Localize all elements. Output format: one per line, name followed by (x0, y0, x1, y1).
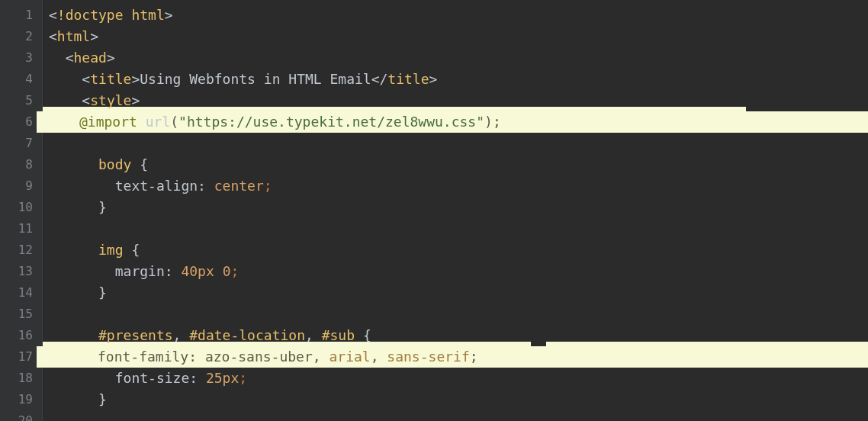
code-line[interactable]: font-size: 25px; (43, 368, 868, 389)
code-line[interactable] (43, 133, 868, 154)
code-line[interactable] (43, 304, 868, 325)
code-line[interactable]: text-align: center; (43, 175, 868, 197)
code-line[interactable]: <!doctype html> (43, 5, 868, 26)
code-line[interactable]: <html> (43, 26, 868, 47)
code-line[interactable]: } (43, 389, 868, 410)
line-number: 1 (0, 5, 42, 26)
code-line[interactable]: margin: 40px 0; (43, 261, 868, 282)
code-line[interactable]: } (43, 282, 868, 304)
line-number: 16 (0, 325, 42, 346)
line-number: 6 (0, 111, 42, 133)
line-number: 17 (0, 346, 42, 368)
line-number: 8 (0, 154, 42, 175)
line-number: 19 (0, 389, 42, 410)
line-number: 3 (0, 47, 42, 69)
line-number: 13 (0, 261, 42, 282)
line-number: 2 (0, 26, 42, 47)
line-number: 10 (0, 197, 42, 218)
code-line[interactable]: body { (43, 154, 868, 175)
code-line[interactable] (43, 218, 868, 239)
line-number: 20 (0, 410, 42, 421)
line-number: 11 (0, 218, 42, 239)
code-line[interactable] (43, 410, 868, 421)
line-number: 15 (0, 304, 42, 325)
line-number: 7 (0, 133, 42, 154)
line-number: 4 (0, 69, 42, 90)
line-number: 18 (0, 368, 42, 389)
code-line[interactable]: <head> (43, 47, 868, 69)
code-area[interactable]: <!doctype html> <html> <head> <title>Usi… (43, 0, 868, 421)
code-line[interactable]: <title>Using Webfonts in HTML Email</tit… (43, 69, 868, 90)
code-line-highlighted[interactable]: @import url("https://use.typekit.net/zel… (43, 111, 868, 133)
line-number: 5 (0, 90, 42, 111)
line-number: 9 (0, 175, 42, 197)
line-number: 14 (0, 282, 42, 304)
line-number: 12 (0, 239, 42, 261)
code-line[interactable]: } (43, 197, 868, 218)
code-line[interactable]: img { (43, 239, 868, 261)
code-line-highlighted[interactable]: font-family: azo-sans-uber, arial, sans-… (43, 346, 868, 368)
code-editor[interactable]: 1 2 3 4 5 6 7 8 9 10 11 12 13 14 15 16 1… (0, 0, 868, 421)
